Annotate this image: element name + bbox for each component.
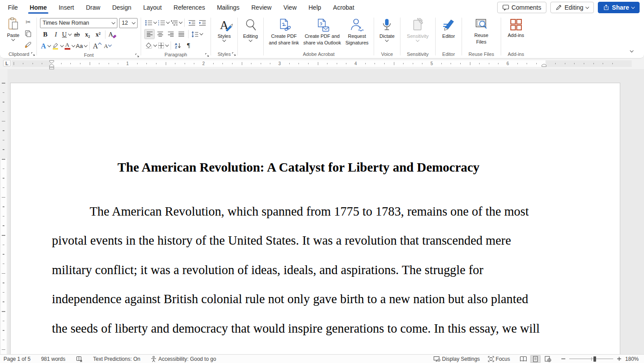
- multilevel-list-button[interactable]: [170, 18, 182, 28]
- cut-button[interactable]: ✂: [23, 17, 33, 27]
- share-label: Share: [612, 4, 629, 11]
- show-hide-formatting-button[interactable]: ¶: [183, 40, 194, 51]
- group-separator: [211, 18, 211, 55]
- print-layout-view-button[interactable]: [530, 355, 541, 363]
- editor-button[interactable]: Editor: [440, 17, 457, 40]
- menu-tab-file[interactable]: File: [8, 0, 18, 15]
- underline-button[interactable]: U: [61, 29, 72, 40]
- editing-button[interactable]: Editing: [241, 17, 260, 42]
- zoom-slider-handle[interactable]: [593, 356, 596, 362]
- chevron-down-icon: [586, 5, 589, 8]
- separator: [188, 30, 189, 38]
- menu-tab-review[interactable]: Review: [251, 0, 272, 15]
- comments-button[interactable]: Comments: [497, 2, 547, 13]
- increase-indent-button[interactable]: [197, 18, 207, 28]
- display-settings[interactable]: Display Settings: [433, 356, 480, 362]
- format-painter-button[interactable]: [23, 40, 33, 50]
- word-count[interactable]: 981 words: [41, 356, 65, 362]
- zoom-level[interactable]: 180%: [625, 356, 639, 362]
- change-case-button[interactable]: Aa: [75, 41, 88, 51]
- right-indent-marker[interactable]: [542, 64, 546, 67]
- first-line-indent-marker[interactable]: [49, 60, 54, 63]
- shrink-font-button[interactable]: A: [102, 41, 113, 51]
- document-area: The American Revolution: A Catalyst for …: [0, 69, 644, 354]
- menu-tab-references[interactable]: References: [174, 0, 205, 15]
- styles-button[interactable]: A Styles: [215, 17, 234, 42]
- menu-tab-draw[interactable]: Draw: [86, 0, 100, 15]
- copy-icon: [25, 30, 32, 37]
- proofing-status[interactable]: [76, 356, 83, 362]
- format-painter-icon: [25, 41, 32, 48]
- document-page[interactable]: The American Revolution: A Catalyst for …: [10, 83, 620, 354]
- page-indicator[interactable]: Page 1 of 5: [4, 356, 30, 362]
- paste-button[interactable]: Paste: [4, 17, 22, 41]
- menu-tab-view[interactable]: View: [284, 0, 297, 15]
- group-separator: [141, 18, 141, 55]
- zoom-slider[interactable]: [569, 356, 613, 362]
- copy-button[interactable]: [23, 28, 33, 39]
- clear-formatting-button[interactable]: A: [107, 29, 118, 40]
- menu-tab-mailings[interactable]: Mailings: [217, 0, 239, 15]
- read-mode-icon: [520, 356, 527, 362]
- eraser-icon: [113, 34, 116, 38]
- strikethrough-button[interactable]: ab: [72, 29, 82, 40]
- editing-mode-button[interactable]: Editing: [550, 2, 594, 13]
- zoom-out-button[interactable]: [561, 356, 566, 361]
- zoom-in-button[interactable]: [617, 356, 622, 361]
- font-name-combo[interactable]: Times New Roman: [40, 18, 117, 28]
- horizontal-ruler[interactable]: 123456: [12, 60, 632, 67]
- grow-font-button[interactable]: A: [91, 41, 102, 51]
- menu-tab-home[interactable]: Home: [30, 0, 47, 15]
- read-mode-view-button[interactable]: [518, 355, 528, 363]
- accessibility-status[interactable]: Accessibility: Good to go: [151, 356, 216, 362]
- superscript-button[interactable]: x²: [93, 29, 103, 40]
- menu-tab-layout[interactable]: Layout: [143, 0, 162, 15]
- align-right-button[interactable]: [165, 29, 176, 39]
- font-dialog-launcher[interactable]: [135, 53, 139, 58]
- focus-mode[interactable]: Focus: [488, 356, 510, 362]
- group-separator: [400, 18, 400, 55]
- decrease-indent-button[interactable]: [186, 18, 197, 28]
- bold-button[interactable]: B: [40, 29, 51, 40]
- justify-button[interactable]: [176, 29, 186, 39]
- italic-button[interactable]: I: [51, 29, 61, 40]
- sort-button[interactable]: AZ: [173, 40, 183, 51]
- align-center-button[interactable]: [155, 29, 165, 39]
- create-pdf-outlook-button[interactable]: Create PDF and share via Outlook: [301, 17, 343, 46]
- subscript-button[interactable]: x₂: [82, 29, 93, 40]
- request-signatures-button[interactable]: Request Signatures: [343, 17, 371, 46]
- align-left-button[interactable]: [144, 29, 155, 39]
- zoom-controls: 180%: [561, 356, 639, 362]
- hanging-indent-marker[interactable]: [49, 64, 54, 70]
- menu-tab-help[interactable]: Help: [309, 0, 321, 15]
- menu-tab-acrobat[interactable]: Acrobat: [333, 0, 354, 15]
- styles-dialog-launcher[interactable]: [232, 52, 236, 56]
- bullets-button[interactable]: [144, 18, 157, 28]
- menu-tab-insert[interactable]: Insert: [58, 0, 74, 15]
- highlight-color-button[interactable]: [51, 41, 64, 51]
- clipboard-dialog-launcher[interactable]: [31, 52, 35, 56]
- numbering-button[interactable]: [157, 18, 170, 28]
- font-color-button[interactable]: A: [64, 41, 75, 51]
- group-separator: [462, 18, 462, 55]
- collapse-ribbon-button[interactable]: [627, 48, 636, 55]
- vertical-ruler[interactable]: [0, 69, 7, 354]
- addins-grid-icon: [509, 18, 523, 31]
- reuse-files-button[interactable]: Reuse Files: [472, 17, 491, 45]
- text-predictions[interactable]: Text Predictions: On: [93, 356, 140, 362]
- addins-button[interactable]: Add-ins: [506, 17, 526, 39]
- tab-stop-selector[interactable]: L: [3, 60, 11, 66]
- shading-button[interactable]: [144, 40, 157, 51]
- font-size-combo[interactable]: 12: [119, 18, 138, 28]
- text-effects-button[interactable]: A: [40, 41, 51, 51]
- line-spacing-button[interactable]: [190, 29, 203, 39]
- group-separator: [501, 18, 501, 55]
- create-pdf-share-link-button[interactable]: Create PDF and share link: [267, 17, 302, 46]
- dictate-button[interactable]: Dictate: [377, 17, 397, 42]
- chevron-down-icon: [153, 43, 157, 47]
- paragraph-dialog-launcher[interactable]: [205, 53, 209, 57]
- borders-button[interactable]: [157, 40, 169, 51]
- share-button[interactable]: Share: [598, 2, 640, 13]
- web-layout-view-button[interactable]: [542, 355, 553, 363]
- menu-tab-design[interactable]: Design: [112, 0, 131, 15]
